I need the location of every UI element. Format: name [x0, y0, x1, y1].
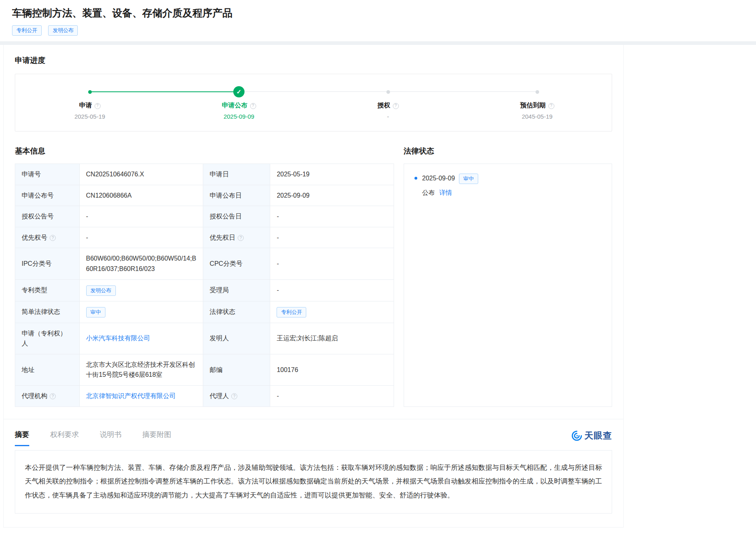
field-label: 简单法律状态: [15, 301, 80, 323]
field-label: 优先权号?: [15, 227, 80, 248]
table-row: 简单法律状态 审中 法律状态 专利公开: [15, 301, 394, 323]
timeline-dot-pending: [386, 90, 390, 94]
field-value: -: [270, 385, 394, 406]
tab-claims[interactable]: 权利要求: [50, 430, 79, 446]
field-value: 小米汽车科技有限公司: [79, 323, 203, 354]
timeline-step-application: 申请? 2025-05-19: [15, 86, 164, 120]
field-value: 审中: [79, 301, 203, 323]
field-value: CN202510646076.X: [79, 164, 203, 185]
legal-status-item: 2025-09-09审中 公布 详情: [414, 174, 601, 197]
table-row: 专利类型 发明公布 受理局 -: [15, 279, 394, 301]
field-label: 授权公告号: [15, 206, 80, 227]
field-label: 专利类型: [15, 279, 80, 301]
field-label: 申请（专利权）人: [15, 323, 80, 354]
field-label: 邮编: [203, 354, 270, 385]
bullet-dot-icon: [414, 177, 417, 180]
timeline-step-grant: 授权? -: [313, 86, 463, 120]
legal-status-detail-link[interactable]: 详情: [439, 189, 452, 196]
field-label: CPC分类号: [203, 248, 270, 279]
table-row: 申请公布号 CN120606866A 申请公布日 2025-09-09: [15, 185, 394, 206]
tabs-bar: 摘要 权利要求 说明书 摘要附图 天眼查: [15, 419, 612, 446]
field-value: -: [270, 279, 394, 301]
table-row: 优先权号? - 优先权日? -: [15, 227, 394, 248]
field-value: -: [270, 227, 394, 248]
legal-status-action: 公布: [422, 189, 435, 196]
field-value: 北京律智知识产权代理有限公司: [79, 385, 203, 406]
timeline-step-label: 授权?: [313, 101, 463, 110]
field-label: 优先权日?: [203, 227, 270, 248]
field-value: 王运宏;刘长江;陈超启: [270, 323, 394, 354]
legal-status-title: 法律状态: [404, 146, 612, 156]
field-value: 北京市大兴区北京经济技术开发区科创十街15号院5号楼6层618室: [79, 354, 203, 385]
tag-invention-publication: 发明公布: [48, 25, 78, 36]
field-value: -: [79, 206, 203, 227]
basic-info-title: 基本信息: [15, 146, 394, 156]
help-icon[interactable]: ?: [231, 393, 237, 399]
field-value: 发明公布: [79, 279, 203, 301]
legal-status-section: 法律状态 2025-09-09审中 公布 详情: [404, 146, 612, 407]
field-label: 受理局: [203, 279, 270, 301]
tab-abstract-drawing[interactable]: 摘要附图: [142, 430, 171, 446]
progress-section-title: 申请进度: [15, 55, 612, 66]
tab-abstract[interactable]: 摘要: [15, 430, 29, 446]
field-value: CN120606866A: [79, 185, 203, 206]
table-row: 代理机构? 北京律智知识产权代理有限公司 代理人? -: [15, 385, 394, 406]
table-row: 地址 北京市大兴区北京经济技术开发区科创十街15号院5号楼6层618室 邮编 1…: [15, 354, 394, 385]
agency-link[interactable]: 北京律智知识产权代理有限公司: [86, 392, 176, 399]
tag-under-review: 审中: [86, 307, 105, 317]
field-label: 授权公告日: [203, 206, 270, 227]
field-label: IPC分类号: [15, 248, 80, 279]
basic-info-section: 基本信息 申请号 CN202510646076.X 申请日 2025-05-19…: [15, 146, 394, 407]
field-value: -: [270, 206, 394, 227]
field-label: 代理人?: [203, 385, 270, 406]
field-label: 发明人: [203, 323, 270, 354]
field-label: 法律状态: [203, 301, 270, 323]
field-value: 100176: [270, 354, 394, 385]
check-icon: ✓: [233, 86, 245, 97]
timeline-step-date: 2025-09-09: [164, 113, 313, 120]
field-label: 申请日: [203, 164, 270, 185]
timeline-step-publication: ✓ 申请公布? 2025-09-09: [164, 86, 313, 120]
application-progress-timeline: 申请? 2025-05-19 ✓ 申请公布? 2025-09-09 授权? - …: [15, 74, 612, 131]
field-label: 代理机构?: [15, 385, 80, 406]
help-icon[interactable]: ?: [50, 235, 56, 241]
legal-status-date: 2025-09-09: [422, 175, 455, 182]
field-value: -: [79, 227, 203, 248]
timeline-step-label: 申请公布?: [164, 101, 313, 110]
help-icon[interactable]: ?: [50, 393, 56, 399]
field-value: 2025-05-19: [270, 164, 394, 185]
field-value: 专利公开: [270, 301, 394, 323]
timeline-step-date: -: [313, 113, 463, 120]
timeline-step-expiry: 预估到期? 2045-05-19: [463, 86, 612, 120]
abstract-text-box: 本公开提供了一种车辆控制方法、装置、车辆、存储介质及程序产品，涉及辅助驾驶领域。…: [15, 450, 612, 514]
help-icon[interactable]: ?: [238, 235, 244, 241]
help-icon[interactable]: ?: [250, 103, 256, 109]
abstract-section: 摘要 权利要求 说明书 摘要附图 天眼查 本公开提供了一种车辆控制方法、装置、车…: [4, 419, 623, 528]
tag-under-review: 审中: [459, 174, 478, 184]
table-row: 申请（专利权）人 小米汽车科技有限公司 发明人 王运宏;刘长江;陈超启: [15, 323, 394, 354]
timeline-step-date: 2025-05-19: [15, 113, 164, 120]
field-label: 申请公布号: [15, 185, 80, 206]
section-divider: [0, 41, 756, 45]
table-row: 申请号 CN202510646076.X 申请日 2025-05-19: [15, 164, 394, 185]
field-value: -: [270, 248, 394, 279]
tag-invention-publication: 发明公布: [86, 285, 116, 296]
header-tags: 专利公开 发明公布: [12, 25, 744, 36]
field-label: 申请公布日: [203, 185, 270, 206]
tianyancha-logo-text: 天眼查: [584, 430, 612, 442]
field-value: 2025-09-09: [270, 185, 394, 206]
field-value: B60W60/00;B60W50/00;B60W50/14;B60R16/037…: [79, 248, 203, 279]
table-row: 授权公告号 - 授权公告日 -: [15, 206, 394, 227]
timeline-step-label: 申请?: [15, 101, 164, 110]
field-label: 地址: [15, 354, 80, 385]
table-row: IPC分类号 B60W60/00;B60W50/00;B60W50/14;B60…: [15, 248, 394, 279]
help-icon[interactable]: ?: [393, 103, 399, 109]
tab-specification[interactable]: 说明书: [100, 430, 121, 446]
applicant-link[interactable]: 小米汽车科技有限公司: [86, 335, 150, 342]
field-label: 申请号: [15, 164, 80, 185]
help-icon[interactable]: ?: [95, 103, 101, 109]
tag-patent-public: 专利公开: [277, 307, 306, 317]
tianyancha-logo: 天眼查: [572, 430, 612, 442]
tag-patent-public: 专利公开: [12, 25, 42, 36]
help-icon[interactable]: ?: [548, 103, 554, 109]
